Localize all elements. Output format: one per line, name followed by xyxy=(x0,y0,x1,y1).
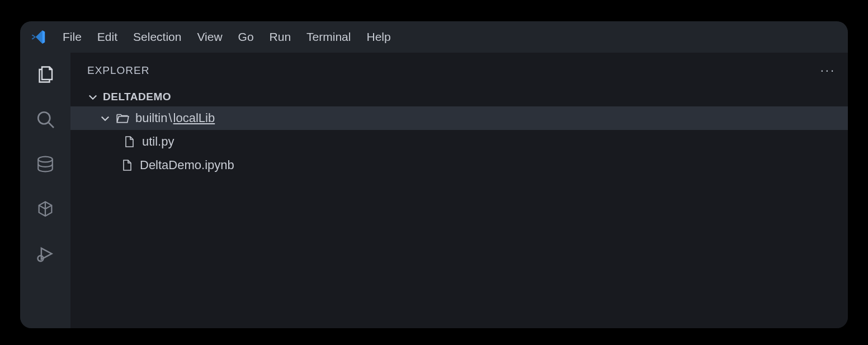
workspace-name: DELTADEMO xyxy=(103,91,171,103)
folder-name: localLib xyxy=(173,111,215,125)
folder-prefix: builtin xyxy=(135,111,167,125)
folder-open-icon xyxy=(115,111,130,125)
file-label: DeltaDemo.ipynb xyxy=(140,158,234,172)
extensions-icon[interactable] xyxy=(35,198,56,220)
workspace-header[interactable]: DELTADEMO xyxy=(70,88,848,106)
vscode-logo-icon xyxy=(30,29,47,45)
sidebar-title: EXPLORER xyxy=(87,64,149,77)
folder-label: builtin\localLib xyxy=(135,111,215,125)
tree-folder-locallib[interactable]: builtin\localLib xyxy=(70,106,848,130)
file-icon xyxy=(122,134,136,149)
menu-view[interactable]: View xyxy=(197,30,222,44)
menu-selection[interactable]: Selection xyxy=(133,30,181,44)
svg-point-2 xyxy=(38,157,53,162)
activity-bar xyxy=(20,53,70,328)
menu-file[interactable]: File xyxy=(63,30,82,44)
run-debug-icon[interactable] xyxy=(35,243,56,264)
menu-edit[interactable]: Edit xyxy=(97,30,117,44)
explorer-panel: EXPLORER ··· DELTADEMO xyxy=(70,53,848,328)
tree-file-util[interactable]: util.py xyxy=(70,130,848,153)
app-window: File Edit Selection View Go Run Terminal… xyxy=(20,21,848,328)
tree-file-deltademo[interactable]: DeltaDemo.ipynb xyxy=(70,153,848,177)
path-separator: \ xyxy=(168,111,172,125)
menu-go[interactable]: Go xyxy=(238,30,254,44)
menu-run[interactable]: Run xyxy=(270,30,291,44)
svg-line-1 xyxy=(49,123,54,128)
file-tree: builtin\localLib util.py xyxy=(70,106,848,328)
svg-point-0 xyxy=(38,112,50,124)
file-icon xyxy=(120,158,134,172)
file-label: util.py xyxy=(142,134,174,149)
menu-terminal[interactable]: Terminal xyxy=(306,30,351,44)
source-control-icon[interactable] xyxy=(35,153,56,175)
body: EXPLORER ··· DELTADEMO xyxy=(20,53,848,328)
chevron-down-icon xyxy=(100,113,111,124)
sidebar-header: EXPLORER ··· xyxy=(70,53,848,88)
explorer-icon[interactable] xyxy=(35,64,56,85)
titlebar: File Edit Selection View Go Run Terminal… xyxy=(20,21,848,53)
search-icon[interactable] xyxy=(35,109,56,130)
more-actions-icon[interactable]: ··· xyxy=(820,63,836,78)
menu-help[interactable]: Help xyxy=(366,30,390,44)
chevron-down-icon xyxy=(87,91,98,102)
